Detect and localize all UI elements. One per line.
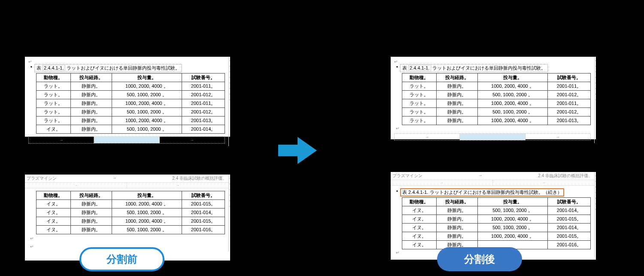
cell: 静脈内。 — [436, 206, 477, 215]
header-right: 2.4 非臨床試験の概括評価。 — [172, 175, 227, 181]
data-table: 動物種。 投与経路。 投与量。 試験番号。 ラット。静脈内。1000, 2000… — [402, 73, 591, 125]
footer-seg: → — [395, 134, 460, 140]
cell: 静脈内。 — [436, 224, 477, 232]
cell: ラット。 — [402, 108, 437, 117]
badge-after: 分割後 — [437, 247, 522, 271]
cell: 静脈内。 — [436, 99, 477, 108]
table-row: イヌ。静脈内。1000, 2000, 4000 。2001-015。 — [402, 215, 591, 224]
table-row: ラット。静脈内。1000, 2000, 4000 。2001-013。 — [36, 117, 225, 125]
header-sub: → → — [391, 180, 594, 186]
cell: 1000, 2000, 4000 。 — [112, 200, 182, 209]
cell: 2001-012。 — [182, 108, 225, 117]
col-header: 試験番号。 — [548, 198, 591, 206]
cell: イヌ。 — [402, 241, 437, 249]
caption-prefix: 表 — [402, 65, 408, 71]
para-mark: ↵ — [394, 59, 591, 64]
cell: イヌ。 — [36, 200, 71, 209]
arrow-icon — [278, 133, 317, 168]
header-sub-cell: → — [25, 183, 127, 188]
header-sub-cell: → — [127, 183, 229, 188]
doc-page-right-top: ↵ • 表 2.4.4.1-1. ラットおよびイヌにおける単回静脈内投与毒性試験… — [391, 57, 596, 139]
table-caption: 表 2.4.4.1-1. ラットおよびイヌにおける単回静脈内投与毒性試験。 — [34, 64, 182, 72]
cell: イヌ。 — [402, 206, 437, 215]
bullet-icon: • — [28, 64, 34, 69]
cell: 2001-011。 — [548, 82, 591, 91]
cell: 静脈内。 — [436, 215, 477, 224]
para-mark: ↵ — [28, 59, 225, 64]
col-header: 動物種。 — [36, 191, 71, 200]
doc-page-right-bottom: プラズマイシン → 2.4 非臨床試験の概括評価。 → → • 表 2.4.4.… — [391, 172, 596, 260]
cell: 2001-015。 — [182, 200, 225, 209]
cell: ラット。 — [36, 91, 71, 99]
bullet-icon: • — [394, 64, 400, 69]
cell: 2001-012。 — [182, 91, 225, 99]
table-row: ラット。静脈内。1000, 2000, 4000 。2001-011。 — [36, 99, 225, 108]
caption-number: 2.4.4.1-1. — [43, 65, 65, 71]
col-header: 投与経路。 — [436, 74, 477, 82]
table-row: イヌ。静脈内。500, 1000, 2000 。2001-014。 — [402, 224, 591, 232]
cell: 500, 1000, 2000 。 — [112, 108, 182, 117]
cell: 1000, 2000, 4000 。 — [112, 217, 182, 226]
cell: 静脈内。 — [70, 226, 112, 234]
cell: 2001-014。 — [548, 206, 591, 215]
caption-number: 2.4.4.1-1. — [408, 190, 428, 195]
table-caption: 表 2.4.4.1-1. ラットおよびイヌにおける単回静脈内投与毒性試験。 — [400, 64, 548, 72]
cell: 2001-011。 — [182, 82, 225, 91]
bullet-icon: • — [394, 188, 400, 193]
margin-marks: 。。。。。。。 — [594, 172, 600, 258]
col-header: 試験番号。 — [548, 74, 591, 82]
header-arrow: → — [112, 175, 117, 181]
cell: 1000, 2000, 4000 。 — [112, 117, 182, 125]
cell: 2001-011。 — [548, 99, 591, 108]
table-row: イヌ。静脈内。1000, 2000, 4000 。2001-015。 — [36, 200, 225, 209]
cell: イヌ。 — [36, 217, 71, 226]
table-header-row: 動物種。 投与経路。 投与量。 試験番号。 — [36, 74, 225, 82]
table-row: ラット。静脈内。1000, 2000, 4000 。2001-011。 — [402, 99, 591, 108]
col-header: 投与量。 — [112, 74, 182, 82]
data-table: 動物種。 投与経路。 投与量。 試験番号。 イヌ。静脈内。1000, 2000,… — [36, 191, 225, 234]
cell: 静脈内。 — [70, 200, 112, 209]
running-header: プラズマイシン → 2.4 非臨床試験の概括評価。 — [25, 175, 228, 183]
cell: 2001-015。 — [182, 217, 225, 226]
cell: 1000, 2000, 4000 。 — [112, 82, 182, 91]
badge-after-label: 分割後 — [464, 252, 495, 266]
cell: 静脈内。 — [70, 209, 112, 217]
table-row: ラット。静脈内。500, 1000, 2000 。2001-012。 — [402, 91, 591, 99]
table-header-row: 動物種。 投与経路。 投与量。 試験番号。 — [402, 198, 591, 206]
cell: 静脈内。 — [436, 82, 477, 91]
cell: 500, 1000, 2000 。 — [477, 91, 547, 99]
footer-seg: → — [160, 137, 225, 143]
cell: 2001-013。 — [548, 117, 591, 125]
cell: 1000, 2000, 4000 。 — [477, 232, 547, 241]
badge-before-label: 分割前 — [106, 252, 137, 266]
cell: イヌ。 — [36, 209, 71, 217]
table-caption-continued: 表 2.4.4.1-1. ラットおよびイヌにおける単回静脈内投与毒性試験。（続き… — [400, 188, 564, 196]
caption-text: ラットおよびイヌにおける単回静脈内投与毒性試験。 — [432, 65, 546, 71]
cell: 1000, 2000, 4000 。 — [477, 82, 547, 91]
col-header: 動物種。 — [402, 74, 437, 82]
table-row: ラット。静脈内。1000, 2000, 4000 。2001-011。 — [402, 82, 591, 91]
cell: イヌ。 — [402, 232, 437, 241]
page-footer: → → — [28, 136, 225, 144]
margin-marks: 。。。。。。。。 — [594, 57, 600, 143]
footer-seg: → — [526, 134, 590, 140]
para-mark: ↵ — [396, 126, 591, 131]
header-sub: → → — [25, 183, 228, 188]
cell: 1000, 2000, 4000 。 — [477, 99, 547, 108]
cell: 2001-015。 — [548, 215, 591, 224]
table-row: イヌ。静脈内。500, 1000, 2000 。2001-016。 — [36, 226, 225, 234]
caption-prefix: 表 — [402, 190, 408, 195]
col-header: 試験番号。 — [182, 74, 225, 82]
col-header: 試験番号。 — [182, 191, 225, 200]
col-header: 投与経路。 — [70, 74, 112, 82]
caption-number: 2.4.4.1-1. — [408, 65, 431, 71]
cell: 2001-015。 — [548, 232, 591, 241]
cell: 2001-012。 — [548, 91, 591, 99]
table-row: イヌ。静脈内。500, 1000, 2000 。2001-014。 — [36, 125, 225, 134]
cell: 静脈内。 — [436, 91, 477, 99]
cell: 静脈内。 — [70, 91, 112, 99]
page-footer: → → — [394, 133, 591, 141]
cell: 500, 1000, 2000 。 — [112, 209, 182, 217]
para-mark: ↵ — [30, 236, 225, 241]
margin-marks: 。。。。。。 — [228, 175, 234, 251]
